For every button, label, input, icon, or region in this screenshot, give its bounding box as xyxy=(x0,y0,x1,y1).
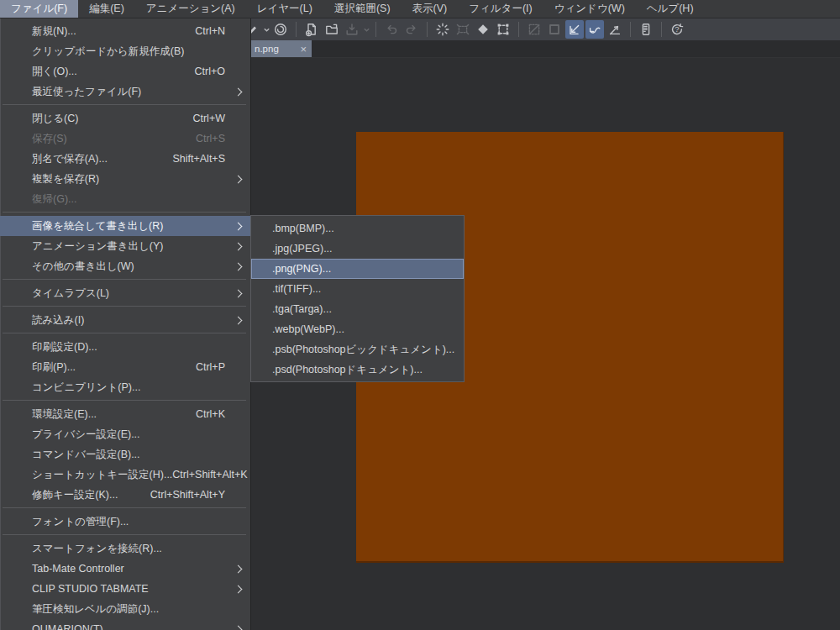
clear-outside-selection-icon xyxy=(454,20,472,39)
menu-separator xyxy=(0,102,250,108)
menu-item-shortcut: Ctrl+Shift+Alt+K xyxy=(172,469,247,480)
file-menu-item[interactable]: 印刷(P)...Ctrl+P xyxy=(0,357,250,377)
menu-item-label: 環境設定(E)... xyxy=(32,407,97,422)
file-menu-item[interactable]: 閉じる(C)Ctrl+W xyxy=(0,108,250,129)
menubar-item[interactable]: 表示(V) xyxy=(402,0,459,18)
menu-separator xyxy=(0,330,250,337)
menubar-item[interactable]: 編集(E) xyxy=(78,0,135,18)
snap-grid-icon[interactable] xyxy=(606,20,624,39)
svg-text:?: ? xyxy=(675,24,679,34)
menu-item-label: 保存(S) xyxy=(32,132,67,146)
file-menu-item[interactable]: コマンドバー設定(B)... xyxy=(0,444,250,465)
export-flattened-submenu: .bmp(BMP)....jpg(JPEG)....png(PNG)....ti… xyxy=(250,215,465,382)
chevron-down-icon[interactable] xyxy=(262,20,270,39)
export-format-item[interactable]: .jpg(JPEG)... xyxy=(251,239,464,259)
file-menu-item[interactable]: プライバシー設定(E)... xyxy=(0,424,250,444)
file-menu-item[interactable]: 開く(O)...Ctrl+O xyxy=(0,61,250,81)
export-format-label: .tga(Targa)... xyxy=(272,303,332,315)
menu-item-label: 復帰(G)... xyxy=(32,192,76,207)
menu-item-label: タイムラプス(L) xyxy=(32,286,109,301)
menu-item-shortcut: Ctrl+K xyxy=(196,408,225,420)
file-menu-item[interactable]: クリップボードから新規作成(B) xyxy=(0,41,250,61)
file-menu-item[interactable]: フォントの管理(F)... xyxy=(0,512,250,532)
export-format-item[interactable]: .png(PNG)... xyxy=(251,259,464,279)
clear-icon[interactable] xyxy=(433,20,452,39)
tab-close-icon[interactable]: × xyxy=(298,44,308,55)
file-menu-item[interactable]: 読み込み(I) xyxy=(0,310,250,330)
submenu-arrow-icon xyxy=(234,564,242,573)
toolbar-separator xyxy=(375,22,376,37)
export-format-item[interactable]: .psd(Photoshopドキュメント)... xyxy=(251,360,464,380)
new-file-icon[interactable] xyxy=(302,20,321,39)
help-icon[interactable]: ? xyxy=(668,20,686,39)
document-tab[interactable]: n.png × xyxy=(251,40,312,57)
toolbar-separator xyxy=(427,22,428,37)
transform-icon[interactable] xyxy=(494,20,512,39)
export-format-item[interactable]: .tga(Targa)... xyxy=(251,299,464,319)
menu-item-label: 開く(O)... xyxy=(32,65,77,79)
file-menu-item[interactable]: その他の書き出し(W) xyxy=(0,256,250,276)
file-menu-item[interactable]: CLIP STUDIO TABMATE xyxy=(0,579,250,599)
file-menu-item[interactable]: 印刷設定(D)... xyxy=(0,337,250,357)
file-menu-item[interactable]: 修飾キー設定(K)...Ctrl+Shift+Alt+Y xyxy=(0,485,250,505)
submenu-arrow-icon xyxy=(234,262,242,270)
menu-separator xyxy=(0,532,250,538)
menu-separator xyxy=(0,505,250,512)
menubar-item[interactable]: レイヤー(L) xyxy=(246,0,323,18)
file-menu-item[interactable]: アニメーション書き出し(Y) xyxy=(0,236,250,256)
menu-item-label: 複製を保存(R) xyxy=(32,172,99,186)
menu-separator xyxy=(0,397,250,404)
save-icon xyxy=(343,20,361,39)
file-menu-item[interactable]: タイムラプス(L) xyxy=(0,283,250,303)
submenu-arrow-icon xyxy=(234,585,242,593)
export-format-item[interactable]: .webp(WebP)... xyxy=(251,319,464,339)
toolbar-separator xyxy=(518,22,519,37)
menubar-item[interactable]: 選択範囲(S) xyxy=(323,0,402,18)
redo-icon xyxy=(402,20,421,39)
file-menu-item[interactable]: 筆圧検知レベルの調節(J)... xyxy=(0,599,250,619)
menu-item-label: 最近使ったファイル(F) xyxy=(32,85,141,99)
snap-ruler-icon[interactable] xyxy=(565,20,584,39)
file-menu-item[interactable]: コンビニプリント(P)... xyxy=(0,377,250,397)
clip-studio-logo-icon[interactable] xyxy=(271,20,290,39)
file-menu-item[interactable]: QUMARION(T) xyxy=(0,619,250,630)
export-format-item[interactable]: .psb(Photoshopビックドキュメント)... xyxy=(251,339,464,360)
file-menu-item[interactable]: ショートカットキー設定(H)...Ctrl+Shift+Alt+K xyxy=(0,465,250,485)
menu-item-label: 新規(N)... xyxy=(32,24,76,39)
tablet-device-icon[interactable] xyxy=(637,20,655,39)
document-tab-label: n.png xyxy=(255,44,298,54)
menu-item-label: フォントの管理(F)... xyxy=(32,515,129,529)
snap-special-ruler-icon[interactable] xyxy=(585,20,604,39)
menu-item-label: 修飾キー設定(K)... xyxy=(32,488,118,502)
menu-item-label: 閉じる(C) xyxy=(32,112,78,126)
file-menu-item[interactable]: 画像を統合して書き出し(R) xyxy=(0,216,250,236)
menu-separator xyxy=(0,276,250,283)
menu-item-label: CLIP STUDIO TABMATE xyxy=(32,583,149,595)
open-file-icon[interactable] xyxy=(323,20,341,39)
menu-item-label: クリップボードから新規作成(B) xyxy=(32,45,185,59)
menubar-item[interactable]: ファイル(F) xyxy=(0,0,78,18)
menubar-item[interactable]: アニメーション(A) xyxy=(135,0,246,18)
file-menu-item[interactable]: 複製を保存(R) xyxy=(0,169,250,189)
export-format-item[interactable]: .bmp(BMP)... xyxy=(251,218,464,239)
file-menu-item[interactable]: 最近使ったファイル(F) xyxy=(0,81,250,102)
file-menu-item[interactable]: 環境設定(E)...Ctrl+K xyxy=(0,404,250,424)
file-menu-item[interactable]: スマートフォンを接続(R)... xyxy=(0,538,250,559)
file-menu-item[interactable]: Tab-Mate Controller xyxy=(0,559,250,579)
menu-item-label: 読み込み(I) xyxy=(32,313,84,328)
export-format-label: .png(PNG)... xyxy=(272,263,331,275)
file-menu-item[interactable]: 別名で保存(A)...Shift+Alt+S xyxy=(0,149,250,169)
toolbar-separator xyxy=(661,22,662,37)
menubar-item[interactable]: ウィンドウ(W) xyxy=(543,0,636,18)
menu-item-shortcut: Ctrl+N xyxy=(195,25,225,37)
clip-studio-paint-window: ファイル(F)編集(E)アニメーション(A)レイヤー(L)選択範囲(S)表示(V… xyxy=(0,0,840,630)
submenu-arrow-icon xyxy=(234,242,242,250)
menu-item-label: アニメーション書き出し(Y) xyxy=(32,239,164,254)
file-menu-item[interactable]: 新規(N)...Ctrl+N xyxy=(0,21,250,41)
menubar-item[interactable]: ヘルプ(H) xyxy=(636,0,705,18)
file-menu-item: 復帰(G)... xyxy=(0,189,250,209)
submenu-arrow-icon xyxy=(234,175,242,183)
export-format-item[interactable]: .tif(TIFF)... xyxy=(251,279,464,299)
fill-icon[interactable] xyxy=(474,20,492,39)
menubar-item[interactable]: フィルター(I) xyxy=(458,0,543,18)
